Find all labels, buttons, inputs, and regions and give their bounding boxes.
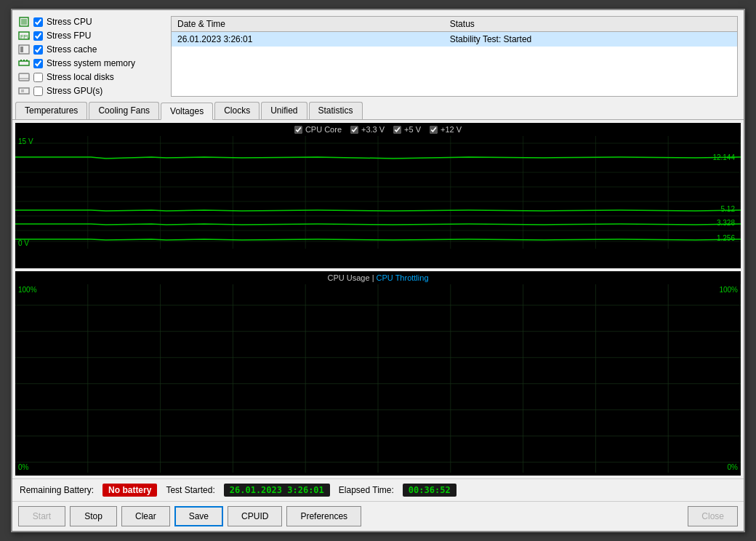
voltage-y-min: 0 V: [18, 239, 29, 247]
remaining-battery-label: Remaining Battery:: [20, 485, 94, 495]
stress-cpu-checkbox[interactable]: [33, 17, 43, 27]
buttons-bar: Start Stop Clear Save CPUID Preferences …: [12, 501, 744, 531]
svg-rect-10: [19, 73, 29, 81]
tabs-bar: Temperatures Cooling Fans Voltages Clock…: [12, 100, 744, 120]
stress-options: Stress CPU FPU Stress FPU Stress cache: [18, 16, 164, 97]
stress-cache-label: Stress cache: [47, 44, 97, 55]
cpu-y-max-right: 100%: [719, 286, 738, 294]
stress-gpu-item: Stress GPU(s): [18, 85, 164, 97]
cache-icon: [18, 44, 30, 55]
stress-gpu-label: Stress GPU(s): [47, 86, 102, 96]
tab-statistics[interactable]: Statistics: [309, 102, 363, 119]
cpu-chart-container: CPU Usage | CPU Throttling 100% 0% 100% …: [15, 271, 741, 476]
save-button[interactable]: Save: [174, 506, 223, 526]
preferences-button[interactable]: Preferences: [286, 506, 361, 526]
stress-gpu-checkbox[interactable]: [33, 87, 43, 96]
legend-12v: +12 V: [430, 125, 462, 134]
cpu-y-min-left: 0%: [18, 463, 28, 471]
tab-temperatures[interactable]: Temperatures: [15, 102, 87, 119]
tab-voltages[interactable]: Voltages: [161, 103, 213, 120]
cpu-usage-label: CPU Usage: [328, 273, 370, 282]
disk-icon: [18, 71, 30, 83]
svg-rect-8: [23, 60, 25, 61]
voltage-chart-container: CPU Core +3.3 V +5 V +12 V 15 V 0 V: [15, 123, 741, 268]
top-section: Stress CPU FPU Stress FPU Stress cache: [12, 10, 744, 100]
cpu-y-max-left: 100%: [18, 286, 37, 294]
status-header: Status: [444, 17, 737, 32]
cpu-y-min-right: 0%: [728, 463, 738, 471]
legend-5v-label: +5 V: [404, 125, 421, 134]
stress-cache-item: Stress cache: [18, 44, 164, 55]
status-table: Date & Time Status 26.01.2023 3:26:01 St…: [171, 16, 738, 97]
stress-disks-label: Stress local disks: [47, 72, 114, 82]
stress-cache-checkbox[interactable]: [33, 45, 43, 55]
stress-fpu-item: FPU Stress FPU: [18, 30, 164, 41]
legend-3v3: +3.3 V: [350, 125, 385, 134]
svg-rect-6: [19, 61, 29, 65]
svg-rect-7: [20, 60, 22, 61]
cpu-throttling-label: CPU Throttling: [377, 273, 429, 282]
cpu-svg: [15, 284, 741, 473]
memory-icon: [18, 57, 30, 69]
svg-rect-5: [20, 47, 23, 52]
legend-5v-checkbox[interactable]: [393, 126, 401, 134]
clear-button[interactable]: Clear: [121, 506, 170, 526]
legend-12v-checkbox[interactable]: [430, 126, 438, 134]
stress-fpu-label: Stress FPU: [47, 31, 91, 41]
elapsed-time-value: 00:36:52: [403, 484, 457, 497]
stress-memory-item: Stress system memory: [18, 57, 164, 69]
cpu-chart-area: 100% 0% 100% 0%: [15, 284, 741, 473]
voltage-legend: CPU Core +3.3 V +5 V +12 V: [15, 123, 741, 136]
test-started-value: 26.01.2023 3:26:01: [224, 484, 330, 497]
battery-value: No battery: [102, 484, 157, 497]
main-window: Stress CPU FPU Stress FPU Stress cache: [11, 9, 745, 532]
status-datetime: 26.01.2023 3:26:01: [172, 32, 444, 47]
svg-rect-9: [26, 60, 28, 61]
voltage-svg: [15, 136, 741, 249]
tab-clocks[interactable]: Clocks: [214, 102, 260, 119]
test-started-label: Test Started:: [166, 485, 214, 495]
status-row: 26.01.2023 3:26:01 Stability Test: Start…: [172, 32, 737, 47]
cpu-chart-title: CPU Usage | CPU Throttling: [15, 271, 741, 284]
stress-cpu-label: Stress CPU: [47, 17, 92, 27]
voltage-chart-area: 15 V 0 V: [15, 136, 741, 249]
start-button[interactable]: Start: [18, 506, 65, 526]
stress-disks-item: Stress local disks: [18, 71, 164, 83]
tab-cooling-fans[interactable]: Cooling Fans: [89, 102, 159, 119]
legend-cpu-core-checkbox[interactable]: [294, 126, 302, 134]
svg-text:FPU: FPU: [20, 34, 30, 39]
gpu-icon: [18, 85, 30, 97]
cpu-icon: [18, 16, 30, 28]
cpuid-button[interactable]: CPUID: [228, 506, 282, 526]
voltage-y-max: 15 V: [18, 137, 33, 145]
bottom-status-bar: Remaining Battery: No battery Test Start…: [12, 478, 744, 501]
legend-12v-label: +12 V: [441, 125, 462, 134]
stress-cpu-item: Stress CPU: [18, 16, 164, 28]
svg-rect-13: [21, 89, 24, 92]
status-text: Stability Test: Started: [444, 32, 737, 47]
tab-unified[interactable]: Unified: [261, 102, 307, 119]
legend-3v3-checkbox[interactable]: [350, 126, 358, 134]
stress-fpu-checkbox[interactable]: [33, 31, 43, 41]
legend-cpu-core-label: CPU Core: [305, 125, 342, 134]
charts-area: CPU Core +3.3 V +5 V +12 V 15 V 0 V: [12, 120, 744, 478]
stress-disks-checkbox[interactable]: [33, 73, 43, 82]
close-button[interactable]: Close: [688, 506, 738, 526]
elapsed-time-label: Elapsed Time:: [339, 485, 394, 495]
buttons-spacer: [366, 506, 683, 526]
stress-memory-label: Stress system memory: [47, 58, 135, 68]
legend-5v: +5 V: [393, 125, 421, 134]
legend-3v3-label: +3.3 V: [361, 125, 385, 134]
svg-rect-1: [21, 19, 27, 25]
stop-button[interactable]: Stop: [70, 506, 117, 526]
datetime-header: Date & Time: [172, 17, 444, 32]
fpu-icon: FPU: [18, 30, 30, 41]
legend-cpu-core: CPU Core: [294, 125, 342, 134]
stress-memory-checkbox[interactable]: [33, 59, 43, 68]
